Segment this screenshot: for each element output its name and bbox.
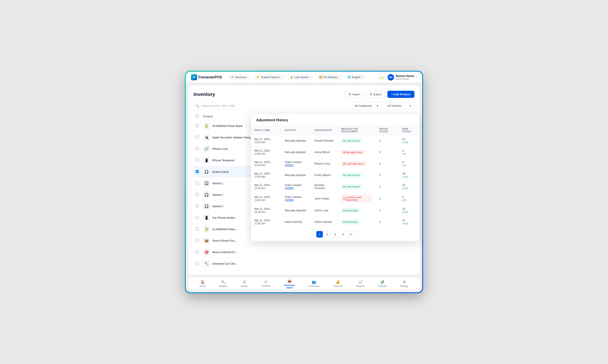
row-checkbox[interactable] (196, 204, 199, 208)
nav-item-products[interactable]: 🏷 Products (258, 279, 274, 288)
table-row[interactable]: 🔧 Universal Car Che... ··· (194, 258, 414, 269)
user-menu[interactable]: RN Ramses Nunez Store Owner ▾ (388, 74, 417, 80)
nav-item-payouts[interactable]: 💸 Payouts (375, 279, 390, 289)
product-name: 12,000MAh Power... (212, 228, 237, 231)
page-3-button[interactable]: 3 (332, 231, 338, 237)
adj-table-row: Mar 21, 2024 - 11:41 am Manually Adjuste… (251, 205, 419, 216)
dark-mode-button[interactable]: 🌙 (378, 74, 385, 81)
upload-icon: ⬆ (370, 93, 372, 96)
nav-item-reports[interactable]: 📈 Reports (353, 279, 368, 289)
adj-table-row: Mar 21, 2024 - 11:41 am Order Created (#… (251, 181, 419, 193)
export-button[interactable]: ⬆ Export (366, 91, 385, 98)
table-row[interactable]: 🎯 Nexus Android Ch... ··· (194, 247, 414, 258)
chevron-down-icon: ▾ (310, 76, 311, 78)
nav-item-settings[interactable]: ⚙ Settings (396, 279, 412, 289)
nav-item-customers[interactable]: 👥 Customers (305, 279, 323, 289)
reason-badge: Order Placed (341, 184, 362, 189)
vendor-filter[interactable]: All Vendors ▾ (384, 102, 414, 109)
row-checkbox[interactable] (196, 158, 199, 162)
page-title: Inventory (194, 91, 215, 97)
product-thumbnail: 🎯 (203, 248, 210, 256)
adj-col-activity: Activity (281, 125, 311, 135)
page-next-button[interactable]: › (355, 231, 362, 237)
order-link[interactable]: #4998 (285, 187, 293, 190)
page-5-button[interactable]: 5 (348, 231, 354, 237)
product-name: Tecno Phone Pou... (212, 239, 237, 242)
product-name: Variant 3 (212, 205, 223, 208)
sku-cell (274, 258, 289, 269)
row-checkbox[interactable] (196, 136, 199, 139)
adj-activity: Order Created (#4998) (281, 193, 311, 205)
adj-col-initial-stock: Initial Stock (376, 125, 399, 135)
order-link[interactable]: #4998 (285, 199, 293, 202)
row-checkbox[interactable] (196, 239, 199, 242)
row-checkbox[interactable] (196, 216, 199, 219)
nav-item-finances[interactable]: 💰 Finances (330, 279, 347, 289)
reason-dot (343, 198, 345, 199)
page-4-button[interactable]: 4 (340, 231, 346, 237)
add-product-label: + Add Product (391, 93, 411, 96)
stock-cell (381, 247, 404, 258)
adj-new-stock: 15(+12) (399, 181, 419, 193)
adj-adjusted-by: Jenny Wilson (311, 147, 337, 158)
adj-new-stock: 0(-3) (399, 193, 419, 205)
adj-col-new-stock: New Stock (399, 125, 419, 135)
order-link[interactable]: #5001 (285, 164, 293, 167)
import-button[interactable]: ⬇ Import (345, 91, 364, 98)
row-checkbox[interactable] (196, 182, 199, 184)
reason-dot (343, 163, 345, 164)
chevron-down-icon: ▾ (416, 76, 417, 78)
product-thumbnail: 🎧 (203, 168, 210, 175)
nav-item-orders[interactable]: ☰ Orders (237, 279, 252, 289)
product-name: 25,000MAh Power Bank (212, 124, 243, 128)
shortcuts-nav[interactable]: 🔗 Shortcuts ▾ (228, 75, 251, 80)
reason-badge: Restocking (341, 220, 360, 224)
search-input[interactable] (194, 102, 267, 109)
nav-item-inventory[interactable]: 📦 Inventory (281, 278, 298, 289)
adj-reason: Order Placed (337, 135, 376, 147)
top-navigation: ⚙ FixmasterPOS 🔗 Shortcuts ▾ 🤝 Trusted P… (186, 72, 422, 83)
english-nav[interactable]: 🌐 English ▾ (345, 75, 365, 80)
row-checkbox[interactable] (196, 124, 199, 127)
reason-dot (343, 140, 345, 141)
fix-wireless-nav[interactable]: 📶 Fix Wireless ▾ (316, 75, 342, 80)
add-product-button[interactable]: + Add Product (387, 91, 414, 98)
row-checkbox[interactable] (196, 193, 199, 196)
trusted-partners-nav[interactable]: 🤝 Trusted Partners ▾ (254, 75, 285, 80)
adj-new-stock: 0(-3) (399, 158, 419, 169)
adj-adjusted-by: Eleanor Pena (311, 158, 337, 169)
product-thumbnail: 📱 (203, 157, 210, 164)
page-2-button[interactable]: 2 (324, 231, 331, 237)
bottom-navigation: 🏠 Home 🔧 Repairs ☰ Orders 🏷 Products 📦 I… (188, 277, 420, 290)
category-filter[interactable]: All Categories ▾ (351, 102, 382, 109)
nav-icon: 📦 (287, 279, 292, 283)
adj-col-date: Date & Time (251, 125, 281, 135)
select-all-checkbox[interactable] (196, 115, 199, 117)
nav-item-repairs[interactable]: 🔧 Repairs (216, 279, 231, 289)
adj-initial-stock: 3 (376, 181, 399, 193)
user-initials: RN (389, 76, 393, 78)
product-name: Universal Car Che... (212, 262, 237, 265)
product-thumbnail: 🔗 (203, 145, 210, 152)
more-options-button[interactable]: ··· (406, 250, 409, 254)
row-checkbox[interactable] (196, 250, 199, 253)
search-box: 🔍 (194, 102, 267, 109)
cost-cell (361, 258, 381, 269)
row-checkbox[interactable] (196, 227, 199, 230)
row-checkbox[interactable] (196, 170, 199, 173)
adj-initial-stock: 3 (376, 147, 399, 158)
adjustment-history-title: Adjustment History (256, 118, 414, 122)
globe-icon: 🌐 (348, 76, 351, 78)
trusted-partners-label: Trusted Partners (260, 76, 280, 79)
adj-table-row: Mar 21, 2024 - 11:41 am Order Created (#… (251, 158, 419, 169)
row-checkbox[interactable] (196, 147, 199, 150)
adjustment-history-header: Adjustment History (251, 114, 419, 125)
app-frame: ⚙ FixmasterPOS 🔗 Shortcuts ▾ 🤝 Trusted P… (185, 71, 423, 293)
lock-screen-nav[interactable]: 🔒 Lock Screen ▾ (287, 75, 314, 80)
page-prev-button[interactable]: ‹ (309, 231, 315, 237)
reason-badge: Restocking (341, 208, 360, 213)
row-checkbox[interactable] (196, 262, 199, 265)
page-1-button[interactable]: 1 (316, 231, 323, 237)
more-options-button[interactable]: ··· (406, 261, 409, 265)
nav-item-home[interactable]: 🏠 Home (196, 279, 209, 289)
